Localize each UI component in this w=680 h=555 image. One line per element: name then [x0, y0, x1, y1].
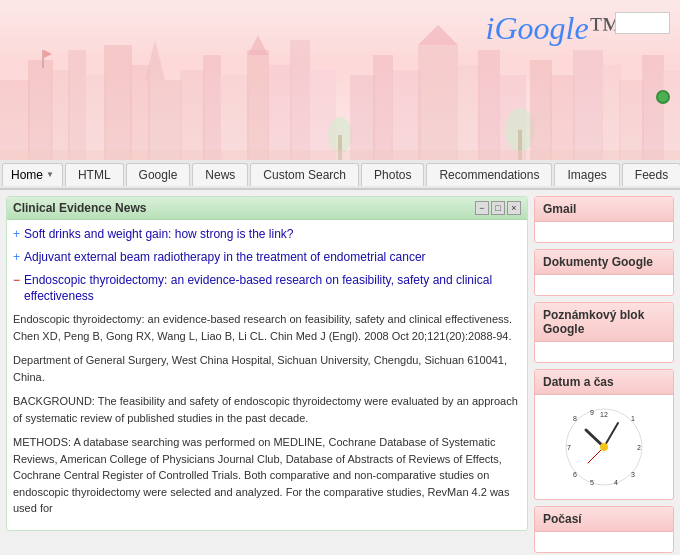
svg-text:8: 8: [573, 415, 577, 422]
main-layout: Clinical Evidence News − □ × + Soft drin…: [0, 190, 680, 555]
svg-rect-12: [247, 50, 269, 160]
svg-point-53: [600, 443, 608, 451]
svg-rect-35: [662, 70, 680, 160]
svg-rect-31: [573, 50, 603, 160]
tab-google[interactable]: Google: [126, 163, 191, 186]
news-link-3[interactable]: Endoscopic thyroidectomy: an evidence-ba…: [24, 272, 521, 306]
clock-container: 12 1 2 3 4 5 6 7 8 9: [541, 401, 667, 493]
collapse-icon-3[interactable]: −: [13, 273, 20, 287]
dokumenty-widget-content: [535, 275, 673, 295]
header: iGoogle™: [0, 0, 680, 160]
home-label: Home: [11, 168, 43, 182]
left-column: Clinical Evidence News − □ × + Soft drin…: [6, 196, 528, 555]
expanded-background: BACKGROUND: The feasibility and safety o…: [13, 393, 521, 426]
svg-rect-21: [391, 70, 421, 160]
datum-widget-header: Datum a čas: [535, 370, 673, 395]
poznamkovy-widget-header: Poznámkový blok Google: [535, 303, 673, 342]
svg-rect-3: [68, 50, 86, 160]
svg-rect-2: [50, 70, 70, 160]
svg-rect-9: [180, 70, 205, 160]
widget-title: Clinical Evidence News: [13, 201, 146, 215]
svg-marker-7: [145, 40, 165, 80]
online-indicator: [656, 90, 670, 104]
gmail-widget-header: Gmail: [535, 197, 673, 222]
widget-controls: − □ ×: [475, 201, 521, 215]
header-search-input[interactable]: [615, 12, 670, 34]
expand-icon-1[interactable]: +: [13, 227, 20, 241]
tab-html[interactable]: HTML: [65, 163, 124, 186]
svg-text:7: 7: [567, 444, 571, 451]
svg-text:2: 2: [637, 444, 641, 451]
dokumenty-widget-header: Dokumenty Google: [535, 250, 673, 275]
svg-marker-38: [44, 50, 52, 58]
datum-widget-content: 12 1 2 3 4 5 6 7 8 9: [535, 395, 673, 499]
svg-rect-1: [28, 60, 53, 160]
home-dropdown-icon: ▼: [46, 170, 54, 179]
gmail-widget: Gmail: [534, 196, 674, 243]
pocasi-widget-content: [535, 532, 673, 552]
svg-text:12: 12: [600, 411, 608, 418]
poznamkovy-widget: Poznámkový blok Google: [534, 302, 674, 363]
news-link-1[interactable]: Soft drinks and weight gain: how strong …: [24, 226, 293, 243]
tab-news[interactable]: News: [192, 163, 248, 186]
news-item-1: + Soft drinks and weight gain: how stron…: [13, 226, 521, 243]
svg-rect-5: [104, 45, 132, 160]
svg-rect-14: [267, 65, 292, 160]
right-column: Gmail Dokumenty Google Poznámkový blok G…: [534, 196, 674, 555]
tab-home[interactable]: Home ▼: [2, 163, 63, 186]
tab-custom-search[interactable]: Custom Search: [250, 163, 359, 186]
svg-rect-37: [42, 50, 44, 68]
svg-marker-23: [418, 25, 458, 45]
widget-header: Clinical Evidence News − □ ×: [7, 197, 527, 220]
widget-content: + Soft drinks and weight gain: how stron…: [7, 220, 527, 530]
svg-rect-8: [148, 80, 182, 160]
svg-rect-0: [0, 80, 30, 160]
tab-photos[interactable]: Photos: [361, 163, 424, 186]
svg-text:9: 9: [590, 409, 594, 416]
news-link-2[interactable]: Adjuvant external beam radiotherapy in t…: [24, 249, 426, 266]
svg-rect-36: [0, 150, 680, 160]
analog-clock: 12 1 2 3 4 5 6 7 8 9: [564, 407, 644, 487]
svg-rect-11: [219, 75, 249, 160]
expand-icon-2[interactable]: +: [13, 250, 20, 264]
svg-text:3: 3: [631, 471, 635, 478]
svg-rect-34: [642, 55, 664, 160]
svg-rect-32: [601, 65, 621, 160]
tab-feeds[interactable]: Feeds: [622, 163, 680, 186]
datum-widget: Datum a čas 12 1 2 3 4 5 6 7: [534, 369, 674, 500]
igoogle-logo: iGoogle™: [486, 10, 620, 47]
logo-google: Google: [494, 10, 588, 46]
svg-rect-4: [84, 75, 106, 160]
clinical-evidence-widget: Clinical Evidence News − □ × + Soft drin…: [6, 196, 528, 531]
svg-rect-19: [350, 75, 375, 160]
svg-rect-29: [530, 60, 552, 160]
dokumenty-widget: Dokumenty Google: [534, 249, 674, 296]
pocasi-widget-header: Počasí: [535, 507, 673, 532]
svg-text:1: 1: [631, 415, 635, 422]
svg-text:6: 6: [573, 471, 577, 478]
nav-tabs: Home ▼ HTML Google News Custom Search Ph…: [0, 160, 680, 190]
svg-rect-15: [290, 40, 310, 160]
svg-rect-33: [619, 80, 644, 160]
expanded-summary: Endoscopic thyroidectomy: an evidence-ba…: [13, 311, 521, 344]
news-item-3: − Endoscopic thyroidectomy: an evidence-…: [13, 272, 521, 306]
svg-rect-20: [373, 55, 393, 160]
svg-rect-22: [418, 45, 458, 160]
pocasi-widget: Počasí: [534, 506, 674, 553]
svg-rect-10: [203, 55, 221, 160]
svg-text:5: 5: [590, 479, 594, 486]
widget-minimize-btn[interactable]: −: [475, 201, 489, 215]
tab-recommendations[interactable]: Recommendations: [426, 163, 552, 186]
widget-restore-btn[interactable]: □: [491, 201, 505, 215]
news-item-2: + Adjuvant external beam radiotherapy in…: [13, 249, 521, 266]
svg-rect-30: [550, 75, 575, 160]
widget-close-btn[interactable]: ×: [507, 201, 521, 215]
svg-rect-25: [478, 50, 500, 160]
expanded-methods: METHODS: A database searching was perfor…: [13, 434, 521, 517]
tab-images[interactable]: Images: [554, 163, 619, 186]
news-expanded-content: Endoscopic thyroidectomy: an evidence-ba…: [13, 311, 521, 517]
expanded-department: Department of General Surgery, West Chin…: [13, 352, 521, 385]
gmail-widget-content: [535, 222, 673, 242]
svg-marker-13: [248, 35, 268, 55]
poznamkovy-widget-content: [535, 342, 673, 362]
